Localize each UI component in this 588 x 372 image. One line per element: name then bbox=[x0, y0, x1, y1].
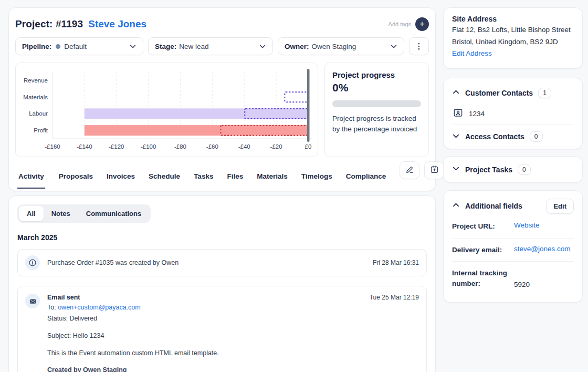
calendar-add-icon bbox=[430, 165, 439, 175]
additional-fields-title: Additional fields bbox=[465, 202, 522, 210]
project-summary-card: Project: #1193 Steve Jones Add tags + Pi… bbox=[8, 7, 436, 191]
contact-name: 1234 bbox=[469, 110, 485, 118]
tab-compliance[interactable]: Compliance bbox=[346, 172, 386, 189]
tracking-number-value: 5920 bbox=[514, 281, 530, 288]
access-contacts-count-badge: 0 bbox=[530, 131, 543, 142]
svg-text:Materials: Materials bbox=[23, 94, 48, 100]
svg-text:-£160: -£160 bbox=[45, 143, 60, 150]
site-address-line2: Bristol, United Kingdom, BS2 9JD bbox=[452, 37, 574, 47]
divider bbox=[452, 261, 574, 262]
email-body-line: This is the Event automation custom HTML… bbox=[47, 349, 419, 358]
customer-contacts-count-badge: 1 bbox=[538, 88, 551, 98]
project-tabs: Activity Proposals Invoices Schedule Tas… bbox=[15, 157, 429, 189]
customer-contacts-header[interactable]: Customer Contacts 1 bbox=[452, 82, 574, 104]
pipeline-value: Default bbox=[64, 43, 87, 50]
chevron-down-icon bbox=[390, 43, 397, 50]
field-row-delivery-email: Delivery email: steve@jones.com bbox=[452, 240, 574, 261]
chevron-down-icon bbox=[129, 43, 136, 50]
activity-entry[interactable]: Email sent Tue 25 Mar 12:19 To: owen+cus… bbox=[17, 286, 427, 372]
project-filter-bar: Pipeline: Default Stage: New lead Owner:… bbox=[15, 37, 429, 55]
project-financials-chart: RevenueMaterialsLabourProfit-£160-£140-£… bbox=[15, 63, 318, 157]
add-tags-label: Add tags bbox=[388, 21, 411, 27]
svg-text:£0: £0 bbox=[305, 143, 312, 150]
tab-activity[interactable]: Activity bbox=[17, 172, 45, 189]
tab-timelogs[interactable]: Timelogs bbox=[301, 172, 332, 189]
project-tasks-card: Project Tasks 0 bbox=[443, 156, 583, 183]
tab-invoices[interactable]: Invoices bbox=[107, 172, 135, 189]
filter-notes[interactable]: Notes bbox=[44, 206, 78, 221]
pencil-icon bbox=[405, 165, 414, 175]
envelope-icon bbox=[25, 294, 40, 308]
bar-chart-canvas: RevenueMaterialsLabourProfit-£160-£140-£… bbox=[20, 67, 314, 153]
email-to-address-link[interactable]: owen+custom@payaca.com bbox=[58, 304, 141, 311]
filter-communications[interactable]: Communications bbox=[78, 206, 149, 221]
add-note-button[interactable] bbox=[400, 161, 419, 179]
owner-label: Owner: bbox=[285, 43, 309, 50]
chevron-up-icon bbox=[452, 88, 460, 98]
chevron-down-icon bbox=[259, 43, 266, 50]
stage-dropdown[interactable]: Stage: New lead bbox=[148, 37, 273, 55]
divider bbox=[452, 125, 574, 125]
additional-fields-header[interactable]: Additional fields Edit bbox=[452, 196, 574, 216]
svg-text:Labour: Labour bbox=[29, 110, 48, 117]
svg-text:Profit: Profit bbox=[34, 127, 48, 133]
contact-list-item[interactable]: 1234 bbox=[452, 104, 574, 123]
pipeline-dropdown[interactable]: Pipeline: Default bbox=[15, 37, 143, 55]
project-tasks-header[interactable]: Project Tasks 0 bbox=[452, 159, 574, 180]
customer-contacts-title: Customer Contacts bbox=[465, 89, 533, 97]
month-header: March 2025 bbox=[17, 233, 427, 242]
svg-text:-£20: -£20 bbox=[270, 143, 282, 150]
tab-files[interactable]: Files bbox=[227, 172, 243, 189]
email-status-line: Status: Delivered bbox=[47, 314, 419, 323]
add-event-button[interactable] bbox=[424, 161, 444, 179]
email-entry-timestamp: Tue 25 Mar 12:19 bbox=[370, 294, 419, 301]
activity-entry[interactable]: Purchase Order #1035 was created by Owen… bbox=[17, 249, 427, 276]
email-created-by-line: Created by Owen Staging bbox=[47, 366, 419, 372]
tab-proposals[interactable]: Proposals bbox=[59, 172, 93, 189]
owner-dropdown[interactable]: Owner: Owen Staging bbox=[278, 37, 404, 55]
chevron-down-icon bbox=[452, 164, 460, 174]
field-label: Project URL: bbox=[452, 221, 514, 232]
svg-text:-£80: -£80 bbox=[174, 143, 186, 150]
tab-materials[interactable]: Materials bbox=[257, 172, 288, 189]
email-subject-line: Subject: Hello 1234 bbox=[47, 332, 419, 340]
svg-text:-£100: -£100 bbox=[141, 143, 156, 150]
email-to-label: To: bbox=[47, 304, 58, 311]
stage-label: Stage: bbox=[155, 43, 176, 50]
filter-all[interactable]: All bbox=[19, 206, 44, 221]
pipeline-color-dot bbox=[56, 44, 60, 49]
activity-entry-text: Purchase Order #1035 was created by Owen bbox=[47, 259, 373, 266]
more-options-button[interactable]: ⋮ bbox=[409, 37, 429, 55]
access-contacts-title: Access Contacts bbox=[465, 132, 524, 141]
plus-icon: + bbox=[419, 19, 424, 29]
progress-percentage: 0% bbox=[332, 81, 421, 94]
project-progress-card: Project progress 0% Project progress is … bbox=[324, 63, 429, 157]
site-address-line1: Flat 12, Bs2 Lofts, Little Bishop Street bbox=[452, 25, 574, 35]
customer-name-link[interactable]: Steve Jones bbox=[88, 18, 146, 30]
project-tasks-title: Project Tasks bbox=[465, 166, 512, 174]
kebab-menu-icon: ⋮ bbox=[415, 42, 423, 51]
edit-address-link[interactable]: Edit Address bbox=[452, 49, 492, 57]
delivery-email-link[interactable]: steve@jones.com bbox=[514, 245, 571, 255]
email-entry-title: Email sent bbox=[47, 294, 80, 301]
pipeline-label: Pipeline: bbox=[22, 43, 51, 50]
progress-title: Project progress bbox=[332, 70, 421, 79]
activity-feed-card: All Notes Communications March 2025 Purc… bbox=[8, 195, 436, 372]
email-to-line: To: owen+custom@payaca.com bbox=[47, 303, 419, 312]
access-contacts-header[interactable]: Access Contacts 0 bbox=[452, 126, 574, 147]
tab-tasks[interactable]: Tasks bbox=[194, 172, 213, 189]
project-tasks-count-badge: 0 bbox=[518, 164, 531, 175]
field-label: Delivery email: bbox=[452, 245, 514, 255]
contacts-card: Customer Contacts 1 1234 Access Contacts… bbox=[443, 78, 583, 149]
divider bbox=[452, 238, 574, 239]
edit-fields-button[interactable]: Edit bbox=[546, 199, 574, 214]
project-url-link[interactable]: Website bbox=[514, 221, 540, 232]
site-address-title: Site Address bbox=[452, 15, 574, 23]
tab-schedule[interactable]: Schedule bbox=[149, 172, 180, 189]
progress-bar bbox=[332, 100, 421, 107]
activity-filter-toggle: All Notes Communications bbox=[17, 204, 151, 223]
svg-text:-£60: -£60 bbox=[206, 143, 218, 150]
svg-text:-£120: -£120 bbox=[109, 143, 124, 150]
add-tags-button[interactable]: + bbox=[415, 17, 429, 31]
field-label: Internal tracking number: bbox=[452, 268, 514, 288]
